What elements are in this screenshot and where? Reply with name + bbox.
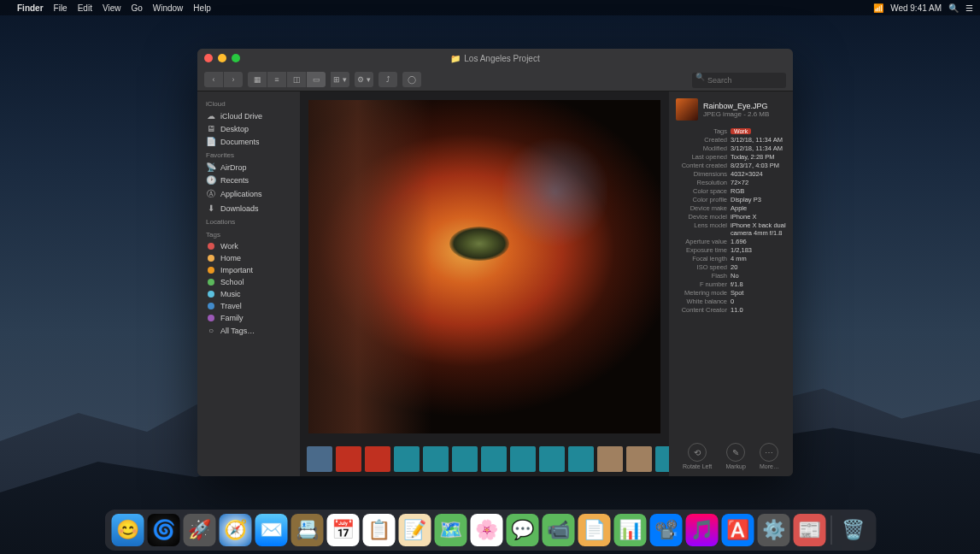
clock[interactable]: Wed 9:41 AM (890, 3, 942, 13)
sidebar: iCloud☁iCloud Drive🖥Desktop📄DocumentsFav… (197, 91, 300, 476)
forward-button[interactable]: › (224, 72, 243, 87)
dock-notes[interactable]: 📝 (398, 514, 431, 546)
sidebar-item-downloads[interactable]: ⬇Downloads (197, 202, 300, 215)
spotlight-icon[interactable]: 🔍 (948, 3, 959, 13)
thumbnail[interactable] (481, 446, 507, 472)
search-input[interactable] (692, 73, 786, 88)
sidebar-item-important[interactable]: Important (197, 264, 300, 276)
sidebar-section-title: iCloud (197, 97, 300, 109)
dock-numbers[interactable]: 📊 (613, 514, 646, 546)
dock-photos[interactable]: 🌸 (470, 514, 502, 546)
dock-keynote[interactable]: 📽️ (649, 514, 682, 546)
close-button[interactable] (204, 54, 213, 62)
dock-reminders[interactable]: 📋 (362, 514, 395, 546)
sidebar-item-applications[interactable]: ⒶApplications (197, 186, 300, 202)
zoom-button[interactable] (232, 54, 240, 62)
dock-trash[interactable]: 🗑️ (836, 514, 869, 546)
sidebar-item-label: Applications (220, 190, 262, 198)
menu-window[interactable]: Window (153, 3, 184, 13)
meta-label: Focal length (676, 255, 727, 262)
meta-label: White balance (676, 298, 727, 305)
dock-contacts[interactable]: 📇 (290, 514, 323, 546)
sidebar-item-work[interactable]: Work (197, 240, 300, 252)
sidebar-item-airdrop[interactable]: 📡AirDrop (197, 161, 300, 174)
sidebar-item-label: Documents (220, 138, 260, 146)
view-gallery-button[interactable]: ▭ (307, 72, 326, 87)
control-center-icon[interactable]: ☰ (965, 3, 973, 13)
dock-preferences[interactable]: ⚙️ (757, 514, 789, 546)
menu-edit[interactable]: Edit (78, 3, 92, 13)
view-icon-button[interactable]: ▦ (248, 72, 267, 87)
dock: 😊🌀🚀🧭✉️📇📅📋📝🗺️🌸💬📹📄📊📽️🎵🅰️⚙️📰🗑️ (104, 510, 876, 551)
dock-news[interactable]: 📰 (793, 514, 825, 546)
dock-maps[interactable]: 🗺️ (434, 514, 467, 546)
dock-itunes[interactable]: 🎵 (685, 514, 718, 546)
sidebar-icon: ☁ (206, 111, 216, 121)
thumbnail-strip[interactable] (300, 442, 669, 476)
thumbnail[interactable] (452, 446, 478, 472)
thumbnail[interactable] (336, 446, 361, 472)
menu-help[interactable]: Help (193, 3, 211, 13)
menubar: Finder File Edit View Go Window Help 📶 W… (0, 0, 980, 15)
sidebar-item-family[interactable]: Family (197, 312, 300, 324)
dock-pages[interactable]: 📄 (578, 514, 610, 546)
thumbnail[interactable] (394, 446, 420, 472)
menu-file[interactable]: File (54, 3, 67, 13)
thumbnail[interactable] (626, 446, 652, 472)
meta-value: 1/2,183 (731, 246, 786, 254)
titlebar[interactable]: 📁 Los Angeles Project (197, 49, 793, 68)
sidebar-item-travel[interactable]: Travel (197, 300, 300, 312)
thumbnail[interactable] (539, 446, 565, 472)
sidebar-item-music[interactable]: Music (197, 288, 300, 300)
action-button[interactable]: ⚙ ▾ (355, 72, 373, 87)
meta-label: ISO speed (676, 263, 727, 271)
dock-safari[interactable]: 🧭 (219, 514, 251, 546)
sidebar-item-home[interactable]: Home (197, 252, 300, 264)
tags-button[interactable]: ◯ (402, 72, 421, 87)
meta-label: Content created (676, 162, 727, 169)
wifi-icon[interactable]: 📶 (873, 3, 883, 13)
view-column-button[interactable]: ◫ (287, 72, 306, 87)
thumbnail[interactable] (597, 446, 623, 472)
preview-area (300, 91, 669, 442)
sidebar-item-all-tags-[interactable]: ○All Tags… (197, 324, 300, 337)
meta-value: 20 (731, 263, 786, 271)
thumbnail[interactable] (307, 446, 332, 472)
share-button[interactable]: ⤴ (379, 72, 397, 87)
view-list-button[interactable]: ≡ (267, 72, 286, 87)
back-button[interactable]: ‹ (204, 72, 223, 87)
thumbnail[interactable] (365, 446, 390, 472)
menu-go[interactable]: Go (131, 3, 142, 13)
sidebar-item-school[interactable]: School (197, 276, 300, 288)
sidebar-item-recents[interactable]: 🕑Recents (197, 174, 300, 186)
dock-appstore[interactable]: 🅰️ (721, 514, 754, 546)
sidebar-item-icloud-drive[interactable]: ☁iCloud Drive (197, 109, 300, 122)
thumbnail[interactable] (510, 446, 536, 472)
minimize-button[interactable] (218, 54, 226, 62)
dock-separator (830, 516, 831, 545)
app-menu[interactable]: Finder (17, 3, 44, 13)
dock-facetime[interactable]: 📹 (542, 514, 574, 546)
markup-button[interactable]: ✎ Markup (725, 443, 745, 469)
preview-image[interactable] (308, 100, 660, 433)
thumbnail[interactable] (423, 446, 449, 472)
dock-calendar[interactable]: 📅 (326, 514, 359, 546)
rotate-left-button[interactable]: ⟲ Rotate Left (683, 443, 712, 469)
sidebar-section-title: Locations (197, 215, 300, 227)
dock-siri[interactable]: 🌀 (147, 514, 179, 546)
meta-value: 4032×3024 (731, 170, 786, 178)
thumbnail[interactable] (655, 446, 669, 472)
dock-launchpad[interactable]: 🚀 (183, 514, 215, 546)
dock-finder[interactable]: 😊 (111, 514, 144, 546)
tag-pill[interactable]: Work (731, 128, 751, 134)
dock-mail[interactable]: ✉️ (255, 514, 287, 546)
sidebar-item-desktop[interactable]: 🖥Desktop (197, 122, 300, 135)
more-button[interactable]: ⋯ More… (760, 443, 779, 469)
dock-messages[interactable]: 💬 (506, 514, 538, 546)
thumbnail[interactable] (568, 446, 594, 472)
group-button[interactable]: ⊞ ▾ (331, 72, 349, 87)
meta-label: Metering mode (676, 289, 727, 297)
menu-view[interactable]: View (103, 3, 121, 13)
meta-value: Spot (731, 289, 786, 297)
sidebar-item-documents[interactable]: 📄Documents (197, 135, 300, 148)
